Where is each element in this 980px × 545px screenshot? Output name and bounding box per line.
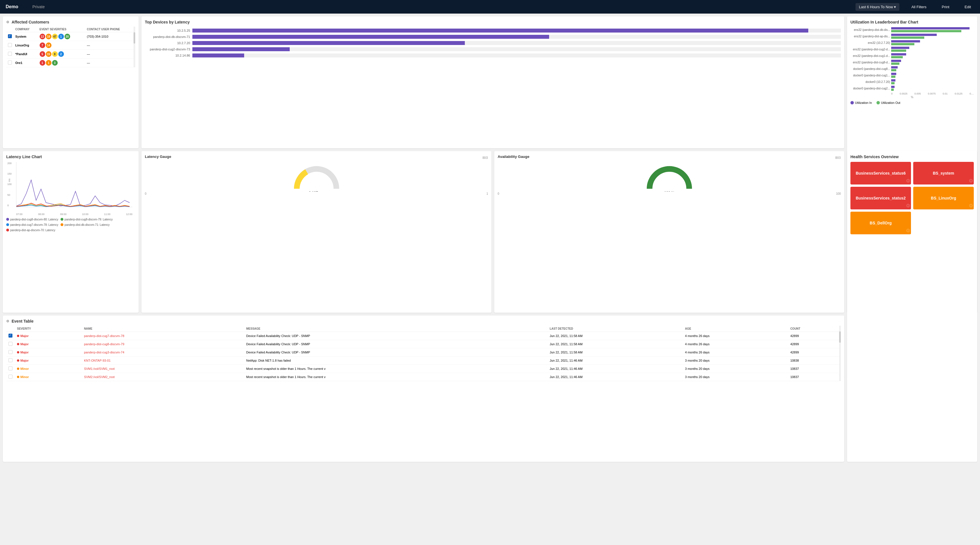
health-card-bs-linuxorg[interactable]: BS_LinuxOrgⓘ (913, 187, 974, 209)
latency-line-panel: Latency Line Chart ms 200150100500 07:00… (3, 151, 138, 313)
edit-button[interactable]: Edit (961, 3, 974, 11)
event-checkbox-cell[interactable] (6, 340, 15, 348)
event-checkbox[interactable] (8, 367, 13, 370)
health-card-info-icon[interactable]: ⓘ (907, 228, 910, 233)
customer-phone: — (85, 59, 135, 67)
row-checkbox-cell[interactable] (6, 32, 14, 41)
util-bar-out (891, 43, 914, 45)
row-checkbox[interactable] (8, 43, 12, 47)
legend-dot (6, 218, 9, 221)
health-card-bs-status2[interactable]: BusinessServices_status2ⓘ (850, 187, 911, 209)
event-checkbox[interactable] (8, 374, 13, 379)
event-name-link[interactable]: panderp-dist-cug3-discvm-74 (84, 351, 124, 354)
customer-company: *PandUI (14, 50, 38, 59)
event-row[interactable]: Majorpanderp-dist-cug7-discvm-78Device F… (6, 331, 841, 340)
severity-dot-icon (17, 359, 19, 362)
event-severity: Major (15, 356, 82, 365)
health-card-bs-system[interactable]: BS_systemⓘ (913, 162, 974, 185)
severity-dot-icon (17, 343, 19, 345)
event-checkbox[interactable] (8, 334, 13, 338)
event-row[interactable]: MinorSVM1:/vol/SVM1_rootMost recent snap… (6, 365, 841, 373)
row-checkbox-cell[interactable] (6, 41, 14, 50)
latency-gauge-panel: Latency Gauge ⊞⊟ 0.187 ms 0 1 (142, 151, 492, 313)
time-filter-button[interactable]: Last 6 Hours To Now ▾ (856, 3, 899, 11)
latency-gauge-svg: 0.187 ms (291, 163, 342, 191)
event-checkbox-cell[interactable] (6, 373, 15, 381)
health-card-label: BusinessServices_status2 (856, 196, 906, 200)
event-severity: Major (15, 340, 82, 348)
event-name[interactable]: panderp-dist-cug8-discvm-79 (82, 340, 244, 348)
util-axis: 00.00250.0050.00750.010.01250.... (850, 92, 974, 95)
event-checkbox[interactable] (8, 350, 13, 354)
severity-badge: 5 (40, 51, 45, 57)
event-name[interactable]: SVM1:/vol/SVM1_root (82, 365, 244, 373)
row-checkbox[interactable] (8, 61, 12, 65)
avail-gauge-grid-icon[interactable]: ⊞⊟ (835, 156, 841, 159)
utilization-legend: Utilization In Utilization Out (850, 101, 974, 104)
util-bar-out (891, 37, 924, 39)
row-checkbox[interactable] (8, 34, 12, 38)
event-checkbox-cell[interactable] (6, 331, 15, 340)
latency-bar-row: 10.2.5.25 (145, 29, 841, 33)
event-name[interactable]: panderp-dist-cug7-discvm-78 (82, 331, 244, 340)
print-button[interactable]: Print (939, 3, 953, 11)
event-name-link[interactable]: KNT-ONTAP-93-01 (84, 359, 111, 362)
health-card-info-icon[interactable]: ⓘ (969, 178, 973, 183)
util-bar-label: docker0 (panderp-dist-cug8... (850, 67, 890, 70)
availability-gauge-title: Availability Gauge (498, 155, 529, 159)
x-label: 08:00 (38, 213, 45, 216)
event-checkbox[interactable] (8, 358, 13, 362)
event-checkbox-cell[interactable] (6, 348, 15, 356)
util-bar-row: docker0 (panderp-dist-cug8... (850, 66, 974, 71)
row-checkbox-cell[interactable] (6, 59, 14, 67)
gauge-grid-icon[interactable]: ⊞⊟ (482, 156, 488, 159)
event-row[interactable]: Majorpanderp-dist-cug3-discvm-74Device F… (6, 348, 841, 356)
util-bar-row: ens32 (panderp-dist-cug8-d... (850, 60, 974, 65)
event-checkbox[interactable] (8, 342, 13, 346)
event-name-link[interactable]: SVM1:/vol/SVM1_root (84, 367, 115, 370)
health-card-bs-dellorg[interactable]: BS_DellOrgⓘ (850, 212, 911, 234)
event-checkbox-cell[interactable] (6, 365, 15, 373)
all-filters-button[interactable]: All Filters (908, 3, 930, 11)
event-checkbox-cell[interactable] (6, 356, 15, 365)
util-axis-label: 0.... (969, 92, 974, 95)
x-label: 12:00 (126, 213, 132, 216)
event-message: Device Failed Availability Check: UDP - … (244, 348, 547, 356)
customer-company: System (14, 32, 38, 41)
col-message: MESSAGE (244, 326, 547, 332)
event-name[interactable]: KNT-ONTAP-93-01 (82, 356, 244, 365)
health-card-bs-status6[interactable]: BusinessServices_status6ⓘ (850, 162, 911, 185)
event-row[interactable]: Majorpanderp-dist-cug8-discvm-79Device F… (6, 340, 841, 348)
health-card-info-icon[interactable]: ⓘ (907, 178, 910, 183)
gear-icon[interactable]: ⚙ (6, 20, 10, 24)
event-name-link[interactable]: panderp-dist-cug7-discvm-78 (84, 334, 124, 338)
event-name[interactable]: SVM2:/vol/SVM2_root (82, 373, 244, 381)
customer-row[interactable]: *PandUI51582— (6, 50, 135, 59)
util-bars-pair (891, 53, 974, 58)
health-card-info-icon[interactable]: ⓘ (969, 204, 973, 208)
event-age: 3 months 20 days (682, 365, 788, 373)
bar-container (192, 29, 841, 33)
row-checkbox[interactable] (8, 52, 12, 56)
customer-row[interactable]: Ore1113— (6, 59, 135, 67)
customer-row[interactable]: LinuxOrg714— (6, 41, 135, 50)
line-chart-svg (16, 162, 132, 207)
customer-phone: — (85, 41, 135, 50)
event-row[interactable]: MajorKNT-ONTAP-93-01NetApp: Disk NET-1.8… (6, 356, 841, 365)
row-checkbox-cell[interactable] (6, 50, 14, 59)
event-last-detected: Jun 22, 2021, 11:46 AM (547, 365, 682, 373)
health-services-panel: Health Services Overview BusinessService… (847, 151, 977, 462)
health-card-info-icon[interactable]: ⓘ (907, 204, 910, 208)
legend-label: panderp-dist-cug8-discvm-80: Latency (10, 218, 58, 221)
availability-gauge-svg: 100 % (644, 163, 695, 191)
event-name[interactable]: panderp-dist-cug3-discvm-74 (82, 348, 244, 356)
legend-in-dot (850, 101, 854, 104)
health-card-label: BusinessServices_status6 (856, 171, 906, 175)
util-bar-label: docker0 (10.2.7.20) (850, 80, 890, 83)
event-name-link[interactable]: SVM2:/vol/SVM2_root (84, 375, 115, 379)
event-row[interactable]: MinorSVM2:/vol/SVM2_rootMost recent snap… (6, 373, 841, 381)
customer-row[interactable]: System131847120(703)-354-1010 (6, 32, 135, 41)
event-name-link[interactable]: panderp-dist-cug8-discvm-79 (84, 343, 124, 346)
event-gear-icon[interactable]: ⚙ (6, 319, 10, 323)
latency-bar-row: panderp-dist-db-discvm-71 (145, 35, 841, 39)
